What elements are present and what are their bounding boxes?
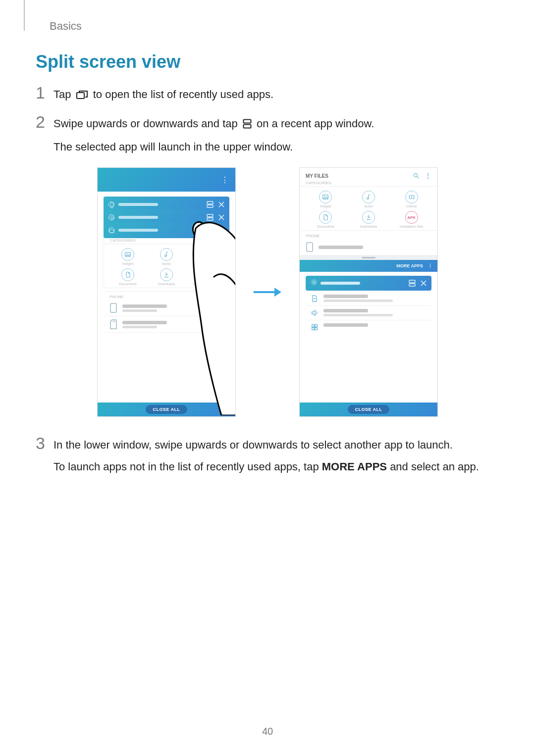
section-label: Basics <box>50 20 82 33</box>
mock-left-header: ⋮ <box>98 168 235 192</box>
step-2-text-after: on a recent app window. <box>257 117 374 130</box>
svg-point-7 <box>111 217 113 219</box>
app-title-blur <box>118 229 158 232</box>
categories-label: CATEGORIES <box>300 181 437 187</box>
step-3-line2-before: To launch apps not in the list of recent… <box>54 460 322 473</box>
settings-row-connections <box>306 292 431 306</box>
sd-card-icon <box>109 319 117 329</box>
more-icon: ⋮ <box>425 172 431 180</box>
cat-videos: Videos <box>391 191 431 208</box>
recents-icon <box>76 88 88 104</box>
app-title-blur <box>321 282 360 285</box>
svg-rect-51 <box>409 284 415 286</box>
split-view-icon <box>207 227 214 234</box>
cat-audio: Audio <box>349 191 389 208</box>
cat-images: Images <box>110 248 146 265</box>
settings-app-icon <box>311 279 318 288</box>
svg-rect-20 <box>207 227 213 230</box>
app-title-blur <box>118 203 158 206</box>
step-3-more-apps-bold: MORE APPS <box>322 460 387 473</box>
more-icon: ⋮ <box>428 263 432 268</box>
svg-rect-57 <box>315 328 318 330</box>
internal-storage-icon <box>306 242 314 252</box>
svg-rect-2 <box>243 125 251 128</box>
svg-rect-16 <box>207 214 213 217</box>
step-1-text-before: Tap <box>54 88 74 101</box>
close-all-bar: CLOSE ALL <box>300 403 437 416</box>
cat-audio: Audio <box>149 248 184 265</box>
phone-section-label: PHONE <box>104 291 229 300</box>
my-files-app-icon <box>108 227 114 233</box>
sound-icon <box>311 309 319 317</box>
close-icon <box>421 280 427 286</box>
settings-row-notifications <box>306 320 431 334</box>
browser-icon <box>108 202 114 207</box>
svg-rect-17 <box>207 218 213 220</box>
settings-row-sounds <box>306 306 431 320</box>
categories-label: CATEGORIES <box>104 238 229 244</box>
cat-apk: APKInstallation files <box>187 268 223 286</box>
svg-rect-50 <box>409 280 415 283</box>
svg-rect-56 <box>312 328 315 330</box>
svg-line-49 <box>312 284 313 285</box>
svg-line-13 <box>113 219 114 220</box>
cat-downloads: Downloads <box>149 268 184 286</box>
phone-section-label: PHONE <box>300 230 437 239</box>
mock-right: MY FILES ⋮ CATEGORIES Images Audio Video… <box>299 167 438 417</box>
step-3-line1: In the lower window, swipe upwards or do… <box>54 437 479 454</box>
svg-rect-21 <box>207 231 213 233</box>
close-all-button: CLOSE ALL <box>348 405 389 414</box>
step-3: 3 In the lower window, swipe upwards or … <box>36 437 499 475</box>
cat-downloads: Downloads <box>349 211 389 228</box>
my-files-title: MY FILES <box>306 173 328 179</box>
cat-documents: Documents <box>110 268 146 286</box>
more-icon: ⋮ <box>221 175 229 185</box>
internal-storage-icon <box>109 303 117 313</box>
svg-line-48 <box>316 280 317 281</box>
cat-images: Images <box>306 191 346 208</box>
step-2-text-line2: The selected app will launch in the uppe… <box>54 139 374 155</box>
mock-left: ⋮ <box>97 167 236 417</box>
app-title-blur <box>118 216 158 219</box>
svg-line-14 <box>113 216 114 217</box>
split-view-icon <box>207 214 214 221</box>
step-number: 1 <box>36 84 54 101</box>
split-divider-handle <box>300 255 437 260</box>
notifications-icon <box>311 323 319 331</box>
svg-point-34 <box>414 174 417 177</box>
close-icon <box>218 214 224 220</box>
svg-point-41 <box>313 281 316 284</box>
step-1-text-after: to open the list of recently used apps. <box>93 88 273 101</box>
figure-row: ⋮ <box>36 167 499 417</box>
more-apps-bar: MORE APPS ⋮ <box>300 260 437 272</box>
close-icon <box>218 227 224 233</box>
svg-line-12 <box>110 216 111 217</box>
svg-line-35 <box>417 177 419 179</box>
connections-icon <box>311 295 319 302</box>
more-apps-label: MORE APPS <box>396 263 423 268</box>
step-3-line2-after: and select an app. <box>387 460 479 473</box>
svg-rect-55 <box>315 325 318 327</box>
split-view-icon <box>207 201 214 208</box>
svg-rect-3 <box>207 202 213 204</box>
step-2: 2 Swipe upwards or downwards and tap on … <box>36 115 499 155</box>
page-number: 40 <box>0 726 535 737</box>
my-files-header: MY FILES ⋮ <box>300 168 437 181</box>
svg-line-46 <box>312 280 313 281</box>
close-icon <box>218 202 224 207</box>
settings-app-icon <box>108 214 114 220</box>
step-2-text-before: Swipe upwards or downwards and tap <box>54 117 241 130</box>
svg-rect-0 <box>77 93 84 99</box>
recent-app-card-active <box>104 222 229 238</box>
split-view-icon <box>409 280 416 287</box>
storage-sdcard <box>104 316 229 333</box>
svg-point-37 <box>324 196 325 197</box>
split-view-icon <box>243 117 252 134</box>
svg-rect-4 <box>207 205 213 207</box>
step-number: 2 <box>36 113 54 130</box>
cat-documents: Documents <box>306 211 346 228</box>
storage-internal <box>104 300 229 316</box>
svg-rect-28 <box>110 303 116 312</box>
heading-split-screen-view: Split screen view <box>36 51 499 72</box>
cat-apk: APKInstallation files <box>391 211 431 228</box>
